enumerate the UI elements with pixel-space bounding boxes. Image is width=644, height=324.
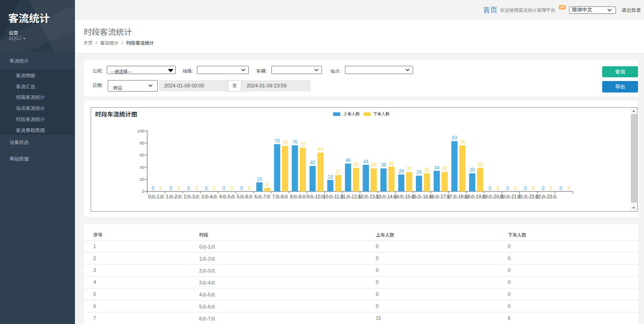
svg-text:5点-6点: 5点-6点 — [237, 194, 253, 199]
svg-text:2点-3点: 2点-3点 — [184, 194, 199, 199]
svg-text:75: 75 — [282, 140, 288, 145]
svg-text:7点-8点: 7点-8点 — [272, 194, 288, 199]
svg-text:100: 100 — [137, 128, 144, 133]
svg-text:41: 41 — [389, 161, 394, 166]
svg-text:32: 32 — [442, 166, 448, 171]
svg-text:0: 0 — [230, 186, 233, 191]
svg-text:0: 0 — [524, 186, 527, 191]
svg-text:76: 76 — [460, 139, 466, 145]
svg-text:38: 38 — [371, 162, 377, 168]
svg-text:0: 0 — [550, 186, 552, 191]
svg-text:46: 46 — [345, 158, 351, 163]
svg-text:0: 0 — [489, 186, 491, 191]
svg-text:0: 0 — [506, 186, 509, 191]
svg-text:4点-5点: 4点-5点 — [219, 194, 235, 199]
svg-text:42: 42 — [310, 160, 316, 165]
svg-text:60: 60 — [139, 152, 144, 157]
svg-text:0: 0 — [223, 186, 225, 191]
svg-text:0: 0 — [160, 186, 162, 191]
svg-text:28: 28 — [399, 169, 404, 174]
svg-text:0: 0 — [178, 186, 180, 191]
svg-text:6: 6 — [266, 182, 269, 187]
svg-text:39: 39 — [477, 162, 483, 167]
svg-text:34: 34 — [434, 165, 440, 170]
svg-text:0: 0 — [514, 186, 517, 191]
svg-text:0: 0 — [187, 186, 190, 191]
svg-text:3点-4点: 3点-4点 — [201, 194, 217, 199]
svg-text:0: 0 — [213, 186, 216, 191]
svg-text:78: 78 — [275, 139, 280, 144]
svg-text:0点-1点: 0点-1点 — [148, 194, 164, 199]
svg-text:19: 19 — [328, 174, 334, 179]
svg-text:38: 38 — [381, 162, 386, 168]
svg-text:0: 0 — [532, 186, 535, 191]
svg-text:0: 0 — [195, 186, 198, 191]
svg-text:72: 72 — [300, 142, 306, 147]
svg-text:39: 39 — [353, 162, 359, 167]
svg-text:0: 0 — [497, 186, 500, 191]
svg-text:1点-2点: 1点-2点 — [166, 194, 182, 199]
svg-text:32: 32 — [407, 166, 412, 171]
svg-text:0: 0 — [559, 186, 562, 191]
svg-text:83: 83 — [452, 135, 457, 140]
svg-text:40: 40 — [139, 165, 144, 170]
svg-text:44: 44 — [363, 159, 369, 164]
svg-text:15: 15 — [257, 177, 262, 182]
svg-text:22点-23点: 22点-23点 — [536, 194, 557, 199]
svg-text:0: 0 — [205, 186, 207, 191]
svg-text:27: 27 — [336, 169, 341, 174]
svg-text:0: 0 — [248, 186, 251, 191]
svg-text:6点-7点: 6点-7点 — [254, 194, 270, 199]
svg-text:9点-10点: 9点-10点 — [306, 194, 325, 199]
svg-text:0: 0 — [152, 186, 155, 191]
svg-text:64: 64 — [318, 147, 323, 152]
svg-text:0: 0 — [542, 186, 545, 191]
svg-text:76: 76 — [292, 139, 298, 145]
svg-text:26: 26 — [416, 170, 422, 175]
svg-text:8点-9点: 8点-9点 — [290, 194, 305, 199]
svg-text:0: 0 — [241, 186, 243, 191]
svg-text:0: 0 — [568, 186, 570, 191]
svg-text:80: 80 — [139, 140, 144, 145]
svg-text:0: 0 — [169, 186, 172, 191]
svg-text:30: 30 — [425, 168, 430, 173]
svg-text:0: 0 — [142, 189, 144, 194]
svg-text:20: 20 — [139, 177, 144, 182]
svg-text:30: 30 — [470, 168, 475, 173]
